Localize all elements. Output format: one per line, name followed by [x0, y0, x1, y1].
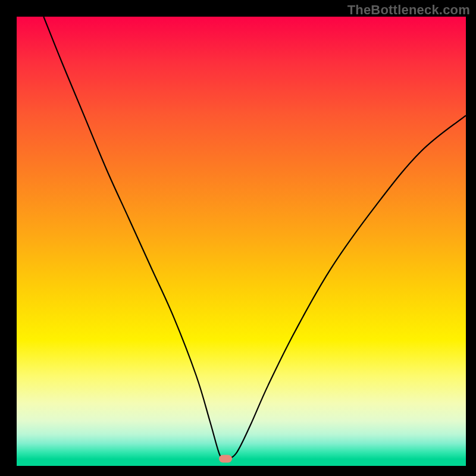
watermark-label: TheBottleneck.com: [347, 2, 470, 18]
minimum-marker: [219, 455, 232, 462]
chart-frame: TheBottleneck.com: [0, 0, 476, 476]
plot-area: [17, 17, 466, 466]
curve-svg: [17, 17, 466, 466]
bottleneck-curve-path: [43, 17, 466, 460]
